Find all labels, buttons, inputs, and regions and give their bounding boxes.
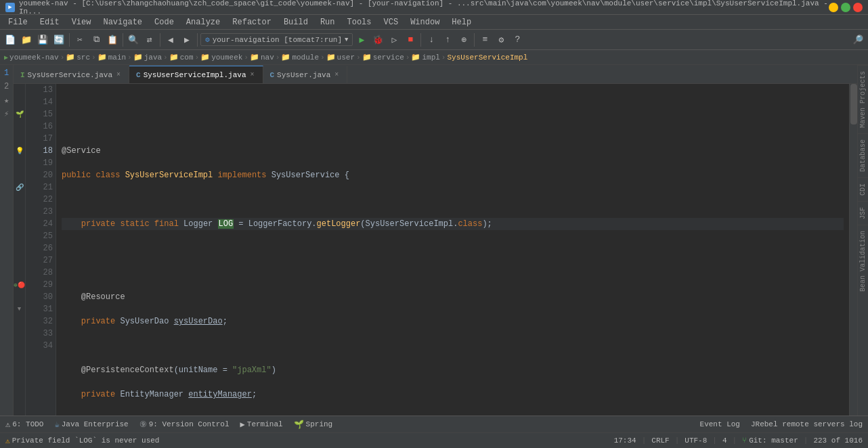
tb-sdk[interactable]: ⚙ bbox=[494, 32, 508, 47]
tb-sep-5 bbox=[420, 33, 421, 47]
bc-nav[interactable]: 📁nav bbox=[250, 53, 274, 62]
btm-spring[interactable]: 🌱 Spring bbox=[291, 418, 336, 431]
status-git[interactable]: ⑂ Git: master bbox=[742, 436, 798, 445]
ln-20: 20 bbox=[28, 169, 53, 181]
scrollbar-thumb[interactable] bbox=[850, 84, 857, 125]
menu-view[interactable]: View bbox=[66, 16, 97, 28]
code-content[interactable]: @Service public class SysUserServiceImpl… bbox=[56, 84, 849, 416]
tb-forward[interactable]: ▶ bbox=[179, 32, 194, 47]
close-button[interactable] bbox=[853, 3, 863, 12]
menu-navigate[interactable]: Navigate bbox=[97, 16, 148, 28]
tb-save-all[interactable]: 💾 bbox=[35, 32, 50, 47]
tb-paste[interactable]: 📋 bbox=[105, 32, 120, 47]
status-crlf[interactable]: CRLF bbox=[651, 436, 669, 445]
bc-youmeek[interactable]: 📁youmeek bbox=[200, 53, 242, 62]
bc-youmeek-nav[interactable]: ▶youmeek-nav bbox=[4, 53, 59, 62]
tb-vcs-update[interactable]: ↓ bbox=[424, 32, 439, 47]
app-icon: ▶ bbox=[5, 3, 15, 12]
event-log-label: Event Log bbox=[700, 420, 740, 428]
tb-stop[interactable]: ■ bbox=[403, 32, 418, 47]
btm-jrebel-log[interactable]: JRebel remote servers log bbox=[748, 419, 865, 430]
tb-vcs-commit[interactable]: ↑ bbox=[440, 32, 455, 47]
side-tool-jsf[interactable]: JSF bbox=[858, 201, 868, 225]
menu-edit[interactable]: Edit bbox=[35, 16, 65, 28]
tb-search-everywhere[interactable]: 🔎 bbox=[850, 32, 865, 47]
btm-version-control[interactable]: ⑨ 9: Version Control bbox=[137, 418, 232, 431]
tb-copy[interactable]: ⧉ bbox=[89, 32, 104, 47]
menu-window[interactable]: Window bbox=[405, 16, 445, 28]
status-indent[interactable]: 4 bbox=[722, 436, 727, 445]
tab-close-2[interactable]: × bbox=[248, 71, 255, 79]
tab-sysUserServiceImpl[interactable]: C SysUserServiceImpl.java × bbox=[129, 66, 263, 83]
ln-28: 28 bbox=[28, 267, 53, 279]
side-tool-cdi[interactable]: CDI bbox=[858, 177, 868, 201]
gutter-13 bbox=[14, 84, 25, 96]
menu-code[interactable]: Code bbox=[149, 16, 179, 28]
btm-todo[interactable]: ⚠ 6: TODO bbox=[3, 418, 46, 431]
status-charset[interactable]: UTF-8 bbox=[685, 436, 707, 445]
bc-com[interactable]: 📁com bbox=[169, 53, 194, 62]
left-icon-favorites[interactable]: ★ bbox=[1, 95, 12, 106]
bc-src[interactable]: 📁src bbox=[66, 53, 90, 62]
code-line-17 bbox=[62, 194, 844, 206]
tb-run-with-coverage[interactable]: ▷ bbox=[387, 32, 402, 47]
left-icon-persistence[interactable]: ⚡ bbox=[1, 108, 12, 119]
tb-replace[interactable]: ⇄ bbox=[142, 32, 157, 47]
tb-open[interactable]: 📁 bbox=[19, 32, 34, 47]
tb-run[interactable]: ▶ bbox=[354, 32, 369, 47]
menu-run[interactable]: Run bbox=[315, 16, 341, 28]
tb-sync[interactable]: 🔄 bbox=[51, 32, 66, 47]
tb-sep-2 bbox=[123, 33, 123, 47]
tab-close-3[interactable]: × bbox=[333, 71, 340, 79]
tb-help[interactable]: ? bbox=[510, 32, 525, 47]
menu-help[interactable]: Help bbox=[446, 16, 477, 28]
maximize-button[interactable] bbox=[841, 3, 850, 12]
tab-label-1: SysUserService.java bbox=[28, 71, 112, 79]
left-icon-structure[interactable]: 2 bbox=[1, 81, 12, 92]
gutter-30 bbox=[14, 291, 25, 303]
bc-impl[interactable]: 📁impl bbox=[411, 53, 439, 62]
gutter-20 bbox=[14, 169, 25, 181]
bc-user[interactable]: 📁user bbox=[326, 53, 355, 62]
menu-file[interactable]: File bbox=[3, 16, 33, 28]
tb-find[interactable]: 🔍 bbox=[126, 32, 141, 47]
vertical-scrollbar[interactable] bbox=[849, 84, 857, 416]
bc-module[interactable]: 📁module bbox=[281, 53, 319, 62]
status-position[interactable]: 17:34 bbox=[614, 436, 636, 445]
tab-close-1[interactable]: × bbox=[115, 71, 122, 79]
minimize-button[interactable] bbox=[829, 3, 838, 12]
tb-new-file[interactable]: 📄 bbox=[3, 32, 18, 47]
bc-service[interactable]: 📁service bbox=[362, 53, 404, 62]
btm-spring-label: Spring bbox=[306, 420, 333, 428]
btm-event-log[interactable]: Event Log bbox=[697, 419, 743, 430]
menu-refactor[interactable]: Refactor bbox=[227, 16, 277, 28]
menu-tools[interactable]: Tools bbox=[342, 16, 377, 28]
tab-sysUser[interactable]: C SysUser.java × bbox=[263, 66, 348, 83]
side-tool-database[interactable]: Database bbox=[858, 133, 868, 177]
gutter-27 bbox=[14, 254, 25, 267]
gutter-21: 🔗 bbox=[14, 181, 25, 194]
left-icon-project[interactable]: 1 bbox=[1, 68, 12, 79]
tb-vcs-history[interactable]: ⊕ bbox=[456, 32, 471, 47]
bc-sep-7: › bbox=[276, 53, 280, 62]
bc-sysuser-service-impl[interactable]: SysUserServiceImpl bbox=[447, 53, 527, 62]
bc-java[interactable]: 📁java bbox=[133, 53, 162, 62]
tb-back[interactable]: ◀ bbox=[163, 32, 178, 47]
tb-structure[interactable]: ≡ bbox=[477, 32, 492, 47]
btm-terminal[interactable]: ▶ Terminal bbox=[238, 418, 286, 431]
side-tool-bean-validation[interactable]: Bean Validation bbox=[858, 225, 868, 297]
tab-sysUserService[interactable]: I SysUserService.java × bbox=[14, 66, 129, 83]
tab-icon-class-2: C bbox=[270, 71, 275, 79]
run-config-selector[interactable]: ⚙ your-navigation [tomcat7:run] ▼ bbox=[200, 33, 353, 46]
menu-analyze[interactable]: Analyze bbox=[181, 16, 225, 28]
bc-main[interactable]: 📁main bbox=[97, 53, 126, 62]
menu-vcs[interactable]: VCS bbox=[378, 16, 404, 28]
side-tool-maven[interactable]: Maven Projects bbox=[858, 65, 868, 133]
tb-cut[interactable]: ✂ bbox=[72, 32, 87, 47]
tab-label-3: SysUser.java bbox=[277, 71, 330, 79]
btm-java-enterprise-label: Java Enterprise bbox=[62, 420, 129, 428]
tb-debug[interactable]: 🐞 bbox=[370, 32, 385, 47]
bottom-toolbar: ⚠ 6: TODO ☕ Java Enterprise ⑨ 9: Version… bbox=[0, 416, 868, 432]
btm-java-enterprise[interactable]: ☕ Java Enterprise bbox=[51, 418, 131, 431]
menu-build[interactable]: Build bbox=[278, 16, 313, 28]
